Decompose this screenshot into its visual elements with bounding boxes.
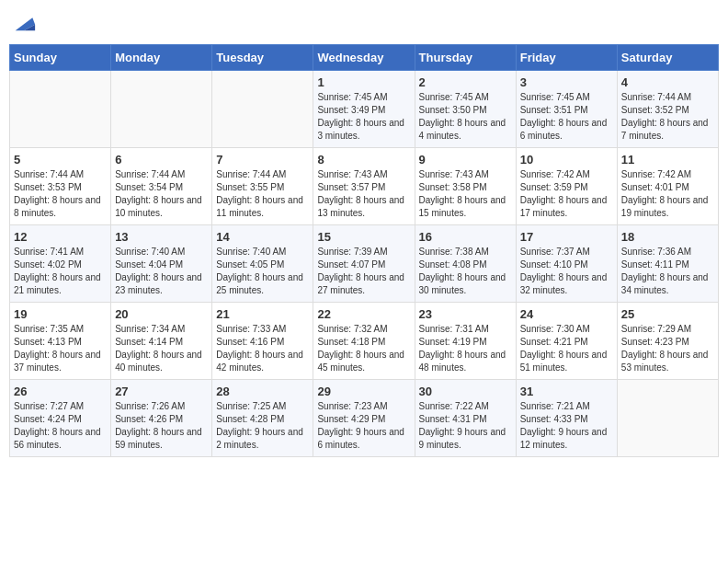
day-info: Sunrise: 7:22 AM Sunset: 4:31 PM Dayligh… (419, 400, 512, 452)
day-number: 16 (419, 230, 512, 244)
calendar-cell: 11Sunrise: 7:42 AM Sunset: 4:01 PM Dayli… (617, 148, 718, 225)
day-info: Sunrise: 7:23 AM Sunset: 4:29 PM Dayligh… (317, 400, 410, 452)
day-info: Sunrise: 7:42 AM Sunset: 3:59 PM Dayligh… (520, 168, 613, 220)
day-info: Sunrise: 7:36 AM Sunset: 4:11 PM Dayligh… (621, 246, 714, 297)
calendar-cell (10, 71, 111, 148)
calendar-cell (617, 380, 718, 457)
column-header-saturday: Saturday (617, 45, 718, 71)
calendar-cell: 14Sunrise: 7:40 AM Sunset: 4:05 PM Dayli… (212, 225, 313, 303)
calendar-cell: 31Sunrise: 7:21 AM Sunset: 4:33 PM Dayli… (516, 380, 617, 457)
calendar-cell: 5Sunrise: 7:44 AM Sunset: 3:53 PM Daylig… (10, 148, 111, 225)
day-info: Sunrise: 7:26 AM Sunset: 4:26 PM Dayligh… (115, 400, 208, 452)
day-number: 12 (14, 230, 107, 244)
calendar-cell: 28Sunrise: 7:25 AM Sunset: 4:28 PM Dayli… (212, 380, 313, 457)
logo (9, 9, 37, 35)
calendar-cell: 22Sunrise: 7:32 AM Sunset: 4:18 PM Dayli… (313, 303, 415, 380)
calendar-cell: 23Sunrise: 7:31 AM Sunset: 4:19 PM Dayli… (415, 303, 516, 380)
column-header-wednesday: Wednesday (313, 45, 415, 71)
day-number: 21 (216, 307, 309, 321)
column-header-sunday: Sunday (10, 45, 111, 71)
day-number: 11 (621, 153, 714, 167)
day-info: Sunrise: 7:21 AM Sunset: 4:33 PM Dayligh… (520, 400, 613, 452)
day-number: 10 (520, 153, 613, 167)
calendar-cell: 6Sunrise: 7:44 AM Sunset: 3:54 PM Daylig… (111, 148, 212, 225)
calendar-cell: 26Sunrise: 7:27 AM Sunset: 4:24 PM Dayli… (10, 380, 111, 457)
calendar-cell: 15Sunrise: 7:39 AM Sunset: 4:07 PM Dayli… (313, 225, 415, 303)
day-number: 3 (520, 75, 613, 89)
day-number: 6 (115, 153, 208, 167)
day-info: Sunrise: 7:30 AM Sunset: 4:21 PM Dayligh… (520, 323, 613, 374)
day-info: Sunrise: 7:29 AM Sunset: 4:23 PM Dayligh… (621, 323, 714, 374)
calendar-cell: 8Sunrise: 7:43 AM Sunset: 3:57 PM Daylig… (313, 148, 415, 225)
calendar-cell: 12Sunrise: 7:41 AM Sunset: 4:02 PM Dayli… (10, 225, 111, 303)
calendar-header-row: SundayMondayTuesdayWednesdayThursdayFrid… (10, 45, 719, 71)
calendar-cell (111, 71, 212, 148)
day-info: Sunrise: 7:34 AM Sunset: 4:14 PM Dayligh… (115, 323, 208, 374)
day-number: 8 (317, 153, 410, 167)
day-info: Sunrise: 7:45 AM Sunset: 3:49 PM Dayligh… (317, 91, 410, 143)
calendar-cell: 30Sunrise: 7:22 AM Sunset: 4:31 PM Dayli… (415, 380, 516, 457)
day-info: Sunrise: 7:43 AM Sunset: 3:57 PM Dayligh… (317, 168, 410, 220)
column-header-monday: Monday (111, 45, 212, 71)
column-header-friday: Friday (516, 45, 617, 71)
day-number: 25 (621, 307, 714, 321)
day-info: Sunrise: 7:43 AM Sunset: 3:58 PM Dayligh… (419, 168, 512, 220)
day-number: 28 (216, 385, 309, 398)
calendar-cell: 24Sunrise: 7:30 AM Sunset: 4:21 PM Dayli… (516, 303, 617, 380)
calendar-table: SundayMondayTuesdayWednesdayThursdayFrid… (9, 44, 719, 457)
calendar-cell: 3Sunrise: 7:45 AM Sunset: 3:51 PM Daylig… (516, 71, 617, 148)
day-info: Sunrise: 7:39 AM Sunset: 4:07 PM Dayligh… (317, 246, 410, 297)
day-info: Sunrise: 7:35 AM Sunset: 4:13 PM Dayligh… (14, 323, 107, 374)
day-info: Sunrise: 7:44 AM Sunset: 3:53 PM Dayligh… (14, 168, 107, 220)
day-number: 23 (419, 307, 512, 321)
calendar-cell: 1Sunrise: 7:45 AM Sunset: 3:49 PM Daylig… (313, 71, 415, 148)
calendar-cell: 19Sunrise: 7:35 AM Sunset: 4:13 PM Dayli… (10, 303, 111, 380)
day-info: Sunrise: 7:37 AM Sunset: 4:10 PM Dayligh… (520, 246, 613, 297)
calendar-cell: 21Sunrise: 7:33 AM Sunset: 4:16 PM Dayli… (212, 303, 313, 380)
day-number: 7 (216, 153, 309, 167)
calendar-cell: 13Sunrise: 7:40 AM Sunset: 4:04 PM Dayli… (111, 225, 212, 303)
day-number: 9 (419, 153, 512, 167)
calendar-cell: 27Sunrise: 7:26 AM Sunset: 4:26 PM Dayli… (111, 380, 212, 457)
calendar-week-row: 26Sunrise: 7:27 AM Sunset: 4:24 PM Dayli… (10, 380, 719, 457)
day-number: 1 (317, 75, 410, 89)
column-header-thursday: Thursday (415, 45, 516, 71)
day-number: 15 (317, 230, 410, 244)
day-info: Sunrise: 7:45 AM Sunset: 3:51 PM Dayligh… (520, 91, 613, 143)
day-info: Sunrise: 7:25 AM Sunset: 4:28 PM Dayligh… (216, 400, 309, 452)
day-info: Sunrise: 7:44 AM Sunset: 3:55 PM Dayligh… (216, 168, 309, 220)
day-info: Sunrise: 7:40 AM Sunset: 4:05 PM Dayligh… (216, 246, 309, 297)
day-number: 22 (317, 307, 410, 321)
day-info: Sunrise: 7:44 AM Sunset: 3:52 PM Dayligh… (621, 91, 714, 143)
day-info: Sunrise: 7:45 AM Sunset: 3:50 PM Dayligh… (419, 91, 512, 143)
calendar-cell: 17Sunrise: 7:37 AM Sunset: 4:10 PM Dayli… (516, 225, 617, 303)
calendar-cell: 29Sunrise: 7:23 AM Sunset: 4:29 PM Dayli… (313, 380, 415, 457)
day-info: Sunrise: 7:41 AM Sunset: 4:02 PM Dayligh… (14, 246, 107, 297)
day-info: Sunrise: 7:32 AM Sunset: 4:18 PM Dayligh… (317, 323, 410, 374)
day-number: 2 (419, 75, 512, 89)
day-info: Sunrise: 7:44 AM Sunset: 3:54 PM Dayligh… (115, 168, 208, 220)
day-number: 4 (621, 75, 714, 89)
day-number: 18 (621, 230, 714, 244)
column-header-tuesday: Tuesday (212, 45, 313, 71)
calendar-cell: 20Sunrise: 7:34 AM Sunset: 4:14 PM Dayli… (111, 303, 212, 380)
day-number: 26 (14, 385, 107, 398)
calendar-week-row: 5Sunrise: 7:44 AM Sunset: 3:53 PM Daylig… (10, 148, 719, 225)
day-number: 31 (520, 385, 613, 398)
day-number: 19 (14, 307, 107, 321)
calendar-cell (212, 71, 313, 148)
calendar-cell: 2Sunrise: 7:45 AM Sunset: 3:50 PM Daylig… (415, 71, 516, 148)
calendar-cell: 25Sunrise: 7:29 AM Sunset: 4:23 PM Dayli… (617, 303, 718, 380)
day-number: 17 (520, 230, 613, 244)
calendar-week-row: 1Sunrise: 7:45 AM Sunset: 3:49 PM Daylig… (10, 71, 719, 148)
day-info: Sunrise: 7:38 AM Sunset: 4:08 PM Dayligh… (419, 246, 512, 297)
calendar-cell: 18Sunrise: 7:36 AM Sunset: 4:11 PM Dayli… (617, 225, 718, 303)
calendar-week-row: 12Sunrise: 7:41 AM Sunset: 4:02 PM Dayli… (10, 225, 719, 303)
calendar-cell: 7Sunrise: 7:44 AM Sunset: 3:55 PM Daylig… (212, 148, 313, 225)
calendar-cell: 10Sunrise: 7:42 AM Sunset: 3:59 PM Dayli… (516, 148, 617, 225)
day-info: Sunrise: 7:27 AM Sunset: 4:24 PM Dayligh… (14, 400, 107, 452)
day-number: 14 (216, 230, 309, 244)
logo-icon (11, 9, 37, 35)
calendar-cell: 9Sunrise: 7:43 AM Sunset: 3:58 PM Daylig… (415, 148, 516, 225)
day-number: 20 (115, 307, 208, 321)
